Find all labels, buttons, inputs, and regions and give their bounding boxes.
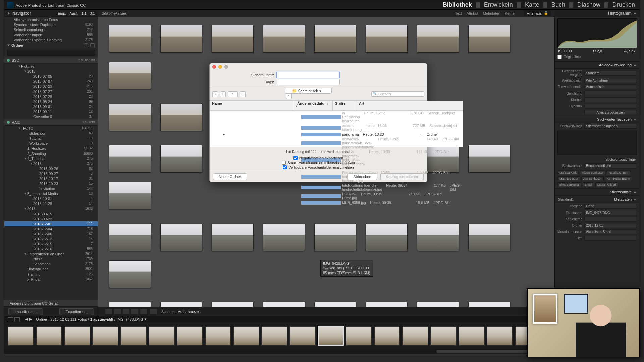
keyword-preset[interactable]: Melissa Kieft	[557, 170, 579, 175]
group-button[interactable]: ▭	[240, 91, 246, 97]
meta-value[interactable]: Aktuellster Stand	[584, 229, 637, 234]
folder-item[interactable]: ▾Fotografieren an Orten3914	[4, 251, 98, 256]
filmstrip-thumbnail[interactable]	[205, 326, 231, 346]
grid-view-icon[interactable]	[105, 309, 112, 315]
volume-header[interactable]: SSD115 / 500 GB	[4, 57, 98, 64]
folder-item[interactable]: ▾5_me social Media18	[4, 191, 98, 196]
col-kind[interactable]: Art	[357, 101, 463, 110]
folder-item[interactable]: 2018-10-1731	[4, 176, 98, 181]
folder-item[interactable]: ▾2018275	[4, 161, 98, 166]
folder-item[interactable]: 2018-12-06187	[4, 231, 98, 236]
dialog-file-list[interactable]: Name Änderungsdatum ˅ Größe Art in Photo…	[210, 101, 463, 147]
metadata-header[interactable]: Standard1Metadaten	[555, 196, 640, 203]
keyword-preset[interactable]: Email	[583, 182, 594, 187]
chk-smart-previews[interactable]	[282, 161, 286, 165]
filmstrip-thumbnail[interactable]	[346, 326, 372, 346]
catalog-item[interactable]: Schnellsammlung +212	[4, 27, 98, 32]
location-dropdown[interactable]: 📁 Schreibtisch ▾	[285, 88, 331, 94]
grid-thumbnail[interactable]	[109, 62, 151, 89]
file-row[interactable]: fotolocations-fuer-die-landschaftsfotogr…	[210, 183, 463, 192]
nav-fwd-icon[interactable]: ▶	[29, 317, 32, 321]
keyword-preset[interactable]: Natalie Grimm	[607, 170, 630, 175]
grid-thumbnail[interactable]	[366, 25, 408, 53]
grid-thumbnail[interactable]	[109, 104, 151, 131]
histogram-display[interactable]	[557, 18, 637, 48]
grid-thumbnail[interactable]	[212, 302, 254, 307]
grid-thumbnail[interactable]	[160, 224, 202, 251]
grid-thumbnail[interactable]	[212, 25, 254, 53]
meta-value[interactable]	[584, 217, 637, 222]
meta-value[interactable]: IMG_9478.DNG	[584, 210, 637, 215]
filmstrip-thumbnail[interactable]	[459, 326, 485, 346]
volume-header[interactable]: RAID2,6 / 8 TB	[4, 119, 98, 126]
folder-item[interactable]: ▾20181636	[4, 206, 98, 211]
folder-item[interactable]: ▾4_Tutorials275	[4, 156, 98, 161]
folder-item[interactable]: Schottland2175	[4, 261, 98, 266]
folder-item[interactable]: Coverdim 037	[4, 114, 98, 119]
kw-tags-dropdown[interactable]: Stichwörter eingeben	[584, 124, 637, 129]
navigator-header[interactable]: Navigator Einp. Ausf. 1:1 3:1	[4, 10, 98, 17]
new-folder-button[interactable]: Neuer Ordner	[213, 173, 247, 180]
chevron-down-icon[interactable]: ▾	[145, 317, 147, 321]
folder-item[interactable]: 2018-09-1112	[4, 109, 98, 114]
meta-value[interactable]: Ohne	[584, 204, 637, 209]
grid-mini-icon[interactable]	[8, 317, 13, 321]
file-row[interactable]: externe bearbeitungHeute, 16:03727 MBScr…	[210, 123, 463, 132]
kwlist-header[interactable]: Stichwortliste	[555, 188, 640, 196]
filter-preset-dropdown[interactable]: Filter aus 🔒	[524, 10, 551, 16]
file-row[interactable]: in Photoshop bearbeitenHeute, 16:121,78 …	[210, 111, 463, 123]
folder-item[interactable]: 2018-07-27201	[4, 89, 98, 94]
search-input[interactable]: Suchen	[371, 91, 424, 97]
kw-set-dropdown[interactable]: Benutzerdefiniert	[584, 163, 637, 168]
folder-item[interactable]: 2018-10-2315	[4, 181, 98, 186]
clarity-value[interactable]	[584, 97, 637, 102]
keywords-header[interactable]: Stichwörter festlegen	[555, 116, 640, 123]
folder-item[interactable]: ▾2018	[4, 69, 98, 74]
zoom-1-1[interactable]: 1:1	[81, 11, 86, 15]
nav-back-icon[interactable]: ◀	[25, 317, 28, 321]
filter-tab-none[interactable]: Keine	[505, 11, 515, 15]
nav-forward-button[interactable]: ›	[220, 91, 226, 97]
nav-back-button[interactable]: ‹	[212, 91, 218, 97]
filmstrip-thumbnail[interactable]	[374, 326, 400, 346]
folder-search-input[interactable]	[7, 50, 95, 56]
import-button[interactable]: Importieren...	[8, 308, 43, 315]
filter-tab-text[interactable]: Text	[455, 11, 462, 15]
grid-thumbnail[interactable]	[109, 182, 151, 209]
catalog-item[interactable]: Alle synchronisierten Fotos	[4, 17, 98, 22]
location-up-button[interactable]: ˄	[286, 93, 292, 99]
grid-thumbnail[interactable]	[160, 302, 202, 307]
painter-icon[interactable]	[150, 309, 157, 315]
grid-thumbnail[interactable]	[468, 224, 510, 251]
zoom-fit[interactable]: Einp.	[58, 11, 66, 15]
loupe-view-icon[interactable]	[114, 309, 121, 315]
histogram-header[interactable]: Histogramm	[554, 10, 640, 17]
grid-thumbnail[interactable]	[366, 224, 408, 251]
folder-item[interactable]: 2018-07-2828	[4, 94, 98, 99]
keyword-preset[interactable]: Jan Benkeser	[581, 176, 604, 181]
grid-thumbnail[interactable]	[417, 224, 459, 251]
save-as-input[interactable]	[277, 72, 340, 78]
grid-thumbnail[interactable]	[366, 302, 408, 307]
folder-item[interactable]: x_Privat1862	[4, 277, 98, 282]
filmstrip-thumbnail[interactable]	[233, 326, 259, 346]
zoom-fill[interactable]: Ausf.	[69, 11, 78, 15]
view-mode-button[interactable]: ≡	[228, 91, 238, 97]
filter-folders-icon[interactable]	[84, 43, 88, 47]
people-view-icon[interactable]	[140, 309, 147, 315]
folder-item[interactable]: _Tutorial113	[4, 136, 98, 141]
module-map[interactable]: Karte	[523, 0, 541, 10]
module-book[interactable]: Buch	[549, 0, 567, 10]
folder-item[interactable]: 2018-10-014	[4, 196, 98, 201]
meta-value[interactable]	[584, 236, 637, 241]
folder-item[interactable]: 1_Hochzeit72132	[4, 146, 98, 151]
module-print[interactable]: Drucken	[610, 0, 637, 10]
zoom-more[interactable]: 3:1	[90, 11, 95, 15]
file-row[interactable]: new-level-panorama-b...der-panoramafotog…	[210, 137, 463, 149]
col-size[interactable]: Größe	[333, 101, 357, 110]
module-library[interactable]: Bibliothek	[441, 0, 474, 10]
grid-thumbnail[interactable]	[109, 25, 151, 53]
grid-thumbnail[interactable]	[314, 302, 356, 307]
folder-item[interactable]: _slideshow69	[4, 131, 98, 136]
chk-negatives[interactable]	[293, 156, 298, 160]
